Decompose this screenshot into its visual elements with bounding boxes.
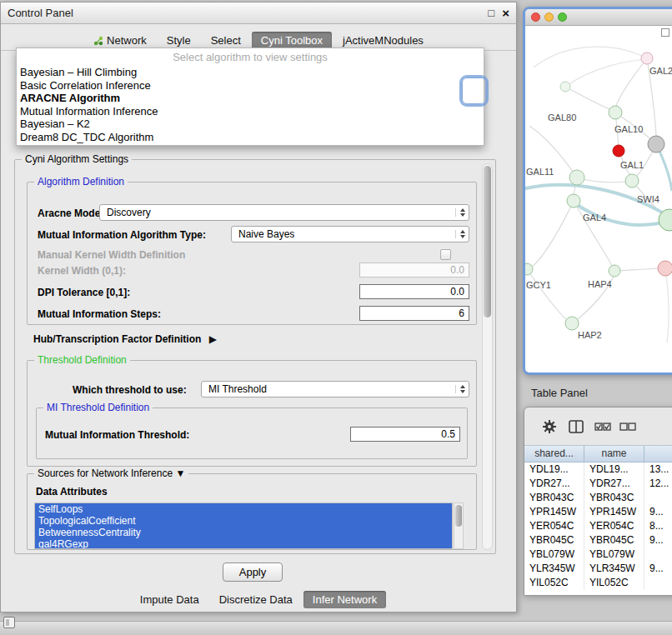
mi-threshold-input[interactable] [350, 427, 460, 442]
tab-cyni-toolbox[interactable]: Cyni Toolbox [252, 32, 332, 49]
tab-infer-network[interactable]: Infer Network [303, 591, 386, 608]
tab-label: Discretize Data [219, 593, 293, 606]
algorithm-option[interactable]: Bayesian – Hill Climbing [17, 66, 484, 79]
column-header[interactable] [644, 446, 672, 462]
network-node-label: GAL4 [583, 212, 606, 222]
table-panel-window[interactable]: shared...name YDL19...YDL19...13...YDR27… [524, 407, 672, 596]
network-node[interactable] [560, 82, 570, 92]
tab-discretize-data[interactable]: Discretize Data [210, 591, 302, 608]
tab-label: Cyni Toolbox [261, 34, 323, 47]
table-row[interactable]: YDR27...YDR27...12... [524, 477, 672, 491]
network-node[interactable] [565, 317, 579, 330]
birdseye-box[interactable] [661, 28, 669, 37]
network-node[interactable] [658, 261, 672, 276]
network-node-label: SWI4 [637, 194, 659, 204]
column-header[interactable]: name [584, 446, 644, 462]
dpi-tolerance-input[interactable] [359, 284, 469, 299]
close-traffic-light[interactable] [531, 12, 540, 22]
tab-impute-data[interactable]: Impute Data [131, 591, 208, 608]
table-cell: YDL19... [524, 462, 584, 477]
data-attributes-list[interactable]: SelfLoopsTopologicalCoefficientBetweenne… [34, 502, 453, 549]
tab-label: Style [167, 34, 191, 47]
tab-jactivemnodules[interactable]: jActiveMNodules [333, 32, 433, 49]
network-window[interactable]: GAL2GAL80GAL10GAL11GAL1SWI4GAL4GCY1HAP4H… [523, 7, 672, 375]
table-row[interactable]: YBR043CYBR043C [524, 491, 672, 505]
network-canvas[interactable]: GAL2GAL80GAL10GAL11GAL1SWI4GAL4GCY1HAP4H… [525, 26, 672, 372]
data-attribute-item[interactable]: TopologicalCoefficient [35, 515, 452, 527]
algorithm-popup-placeholder: Select algorithm to view settings [17, 48, 484, 66]
data-attribute-item[interactable]: BetweennessCentrality [35, 527, 452, 538]
network-window-titlebar[interactable] [525, 9, 672, 26]
algorithm-combo-focus-ring[interactable] [462, 78, 486, 104]
table-cell: YIL052C [524, 576, 584, 590]
tab-label: Network [107, 34, 147, 47]
close-icon[interactable]: × [502, 2, 509, 24]
table-cell: YER054C [584, 519, 644, 533]
network-node[interactable] [609, 106, 622, 119]
tab-label: Select [211, 34, 241, 47]
table-row[interactable]: YDL19...YDL19...13... [524, 462, 672, 477]
mi-threshold-title: MI Threshold Definition [43, 402, 153, 413]
table-cell: 9... [644, 505, 672, 519]
algorithm-definition-group: Algorithm Definition Aracne Mode: Discov… [27, 182, 477, 325]
hidden-panel-icon[interactable] [3, 617, 15, 628]
deselect-all-icon[interactable] [619, 418, 636, 435]
table-row[interactable]: YBL079WYBL079W [524, 548, 672, 562]
column-selector-icon[interactable] [568, 418, 584, 435]
settings-scrollbar-thumb[interactable] [484, 166, 491, 318]
mi-steps-input[interactable] [359, 306, 469, 321]
mi-type-select[interactable]: Naive Bayes [231, 226, 469, 242]
algorithm-option[interactable]: ARACNE Algorithm [17, 92, 484, 105]
network-node-label: GCY1 [526, 280, 551, 290]
data-attribute-item[interactable]: SelfLoops [35, 503, 452, 515]
aracne-mode-select[interactable]: Discovery [99, 204, 469, 221]
algorithm-option[interactable]: Dream8 DC_TDC Algorithm [17, 131, 484, 144]
select-all-icon[interactable] [594, 418, 611, 435]
data-attribute-item[interactable]: gal4RGexp [35, 538, 452, 549]
network-edge [565, 59, 647, 87]
network-view[interactable]: GAL2GAL80GAL10GAL11GAL1SWI4GAL4GCY1HAP4H… [525, 26, 672, 372]
table-body[interactable]: YDL19...YDL19...13...YDR27...YDR27...12.… [524, 462, 672, 595]
table-row[interactable]: YBR045CYBR045C9... [524, 533, 672, 548]
apply-button[interactable]: Apply [223, 562, 283, 582]
float-window-icon[interactable]: □ [488, 2, 494, 24]
manual-kernel-checkbox[interactable] [440, 249, 451, 260]
network-node[interactable] [525, 263, 533, 275]
network-node[interactable] [567, 194, 580, 208]
settings-scrollbar[interactable] [482, 163, 493, 550]
network-node-label: GAL10 [614, 124, 643, 134]
table-row[interactable]: YIL052CYIL052C [524, 576, 672, 590]
table-row[interactable]: YLR345WYLR345W9... [524, 562, 672, 576]
which-threshold-select[interactable]: MI Threshold [201, 381, 469, 398]
list-scrollbar-thumb[interactable] [455, 505, 462, 527]
combo-arrows-icon [455, 385, 465, 393]
hub-definition-toggle[interactable]: Hub/Transcription Factor Definition ▶ [33, 333, 217, 345]
kernel-width-input[interactable] [359, 262, 469, 278]
table-row[interactable]: YPR145WYPR145W9... [524, 505, 672, 519]
network-edge [616, 58, 647, 106]
zoom-traffic-light[interactable] [558, 12, 567, 22]
algorithm-option[interactable]: Bayesian – K2 [17, 118, 484, 131]
table-cell: YER054C [524, 519, 584, 533]
expanded-arrow-icon[interactable]: ▼ [175, 468, 185, 479]
control-panel-titlebar[interactable]: Control Panel □ × [1, 2, 516, 24]
settings-group-title: Cyni Algorithm Settings [22, 153, 132, 165]
network-node[interactable] [641, 52, 653, 64]
table-row[interactable]: YER054CYER054C8... [524, 519, 672, 533]
network-node[interactable] [613, 145, 624, 157]
tab-style[interactable]: Style [158, 32, 200, 49]
tab-network[interactable]: Network [84, 32, 156, 49]
algorithm-option[interactable]: Mutual Information Inference [17, 105, 484, 118]
algorithm-option[interactable]: Basic Correlation Inference [17, 79, 484, 92]
column-header[interactable]: shared... [524, 446, 584, 462]
network-node[interactable] [569, 170, 584, 185]
network-node[interactable] [625, 174, 639, 188]
network-node[interactable] [648, 136, 664, 152]
tab-select[interactable]: Select [202, 32, 250, 49]
collapsed-arrow-icon[interactable]: ▶ [209, 333, 217, 345]
list-scrollbar[interactable] [454, 502, 464, 549]
minimize-traffic-light[interactable] [544, 12, 554, 22]
network-node[interactable] [609, 265, 620, 277]
settings-gear-icon[interactable] [541, 418, 558, 435]
table-cell: YDR27... [524, 477, 584, 491]
